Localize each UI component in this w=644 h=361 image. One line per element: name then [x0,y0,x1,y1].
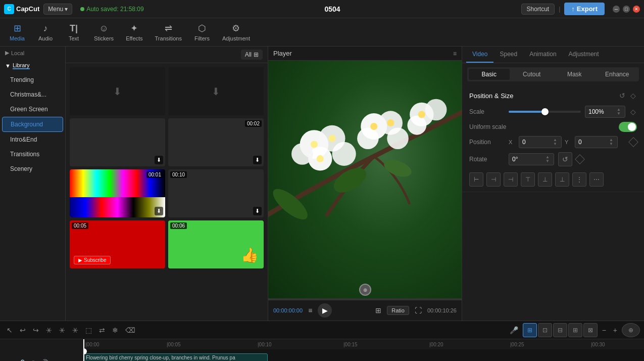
toolbar-audio[interactable]: ♪ Audio [32,21,59,43]
transform-button[interactable]: ⬚ [83,325,94,336]
sub-tab-enhance[interactable]: Enhance [597,69,638,80]
sidebar-item-scenery[interactable]: Scenery [2,162,63,176]
reset-position-button[interactable]: ↺ [618,91,626,101]
sub-tab-basic[interactable]: Basic [469,69,510,80]
export-button[interactable]: ↑ Export [564,3,605,15]
text-icon: T| [70,23,78,34]
timeline-view-4[interactable]: ⊞ [568,323,582,337]
undo-button[interactable]: ↩ [17,325,28,336]
maximize-button[interactable]: □ [623,6,630,13]
menu-button[interactable]: Menu ▾ [43,4,72,15]
scale-keyframe-button[interactable]: ◇ [629,107,637,117]
rotate-input[interactable]: 0° ▲ ▼ [509,153,554,165]
align-middle-v-button[interactable]: ⊥ [538,172,552,187]
timeline-view-5[interactable]: ⊠ [583,323,598,337]
scale-value[interactable]: 100% ▲ ▼ [585,106,625,118]
tab-speed[interactable]: Speed [493,47,523,63]
media-card-6[interactable]: 00:10 ⬇ [168,169,264,217]
player-scrub-handle[interactable]: ⊕ [359,284,371,296]
sidebar-item-christmas[interactable]: Christmas&... [2,87,63,102]
media-card-8[interactable]: 00:06 👍 [168,220,264,268]
timeline-view-3[interactable]: ⊟ [553,323,567,337]
timeline-view-2[interactable]: ⊡ [538,323,552,337]
reverse-button[interactable]: ⇄ [96,325,108,336]
zoom-in-button[interactable]: + [611,325,620,336]
align-bottom-button[interactable]: ⊥ [555,172,569,187]
tab-animation[interactable]: Animation [523,47,562,63]
rotate-decrement[interactable]: ▼ [544,159,551,163]
player-menu-icon[interactable]: ≡ [453,50,457,57]
all-filter-button[interactable]: All ⊞ [241,50,263,60]
y-input[interactable]: 0 ▲ ▼ [575,136,618,148]
align-top-button[interactable]: ⊤ [521,172,535,187]
sidebar-item-intro-end[interactable]: Intro&End [2,132,63,147]
media-card-2[interactable]: ⬇ [168,67,264,115]
scale-slider[interactable] [509,111,581,113]
x-decrement[interactable]: ▼ [552,142,558,146]
close-button[interactable]: ✕ [633,6,640,13]
toolbar-filters[interactable]: ⬡ Filters [189,21,215,43]
select-tool-button[interactable]: ↖ [4,325,15,336]
fit-timeline-button[interactable]: ⊕ [622,323,640,337]
x-input[interactable]: 0 ▲ ▼ [519,136,562,148]
minimize-button[interactable]: ─ [613,6,620,13]
stickers-icon: ☺ [99,23,108,34]
align-left-button[interactable]: ⊢ [469,172,483,187]
library-section[interactable]: ▼ Library [0,59,65,72]
rotate-direction-btn[interactable]: ↺ [558,152,572,166]
video-clip[interactable]: Flowering bird cherry spring close-up, b… [83,353,268,361]
media-card-1[interactable]: ⬇ [70,67,165,115]
toolbar-stickers[interactable]: ☺ Stickers [89,21,119,43]
eye-icon[interactable]: 👁 [30,359,37,362]
toolbar-text[interactable]: T| Text [61,21,87,43]
y-decrement[interactable]: ▼ [608,142,614,146]
freeze-button[interactable]: ❄ [110,325,121,336]
align-distribute-v-button[interactable]: ⋯ [589,172,604,187]
local-section[interactable]: ▶ Local [0,47,65,59]
toolbar-transitions[interactable]: ⇌ Transitions [150,21,187,43]
zoom-out-button[interactable]: − [600,325,609,336]
position-keyframe-button[interactable] [628,137,638,147]
tab-adjustment[interactable]: Adjustment [563,47,605,63]
split3-button[interactable]: ⚹ [70,324,81,336]
scale-decrement[interactable]: ▼ [616,112,622,116]
media-card-7[interactable]: 00:05 ▶ Subscribe [70,220,165,268]
audio-track-icon[interactable]: 🔊 [40,359,48,362]
track-edit-icon[interactable]: ✏ [4,357,15,362]
split2-button[interactable]: ⚹ [57,324,68,336]
sub-tab-mask[interactable]: Mask [554,69,595,80]
toolbar-effects[interactable]: ✦ Effects [121,21,147,43]
shortcut-button[interactable]: Shortcut [521,4,555,15]
track-area: Flowering bird cherry spring close-up, b… [83,349,644,361]
timeline-list-icon[interactable]: ≡ [307,305,314,316]
rotate-keyframe-button[interactable] [575,154,585,164]
media-card-5[interactable]: 00:01 ⬇ [70,169,165,217]
sub-tab-cutout[interactable]: Cutout [512,69,553,80]
play-button[interactable]: ▶ [318,303,332,318]
delete-button[interactable]: ⌫ [123,325,138,336]
uniform-scale-toggle[interactable] [619,122,637,132]
ratio-button[interactable]: Ratio [387,306,409,315]
tab-video[interactable]: Video [466,47,493,63]
timeline-view-1[interactable]: ⊞ [523,323,537,337]
sidebar-item-green-screen[interactable]: Green Screen [2,102,63,116]
toolbar-adjustment[interactable]: ⚙ Adjustment [217,21,255,43]
sidebar-item-background[interactable]: Background [2,117,63,132]
align-center-h-button[interactable]: ⊣ [486,172,501,187]
keyframe-position-button[interactable]: ◇ [629,91,637,101]
split-button[interactable]: ⚹ [43,324,55,336]
media-card-3[interactable]: ⬇ [70,118,165,166]
align-distribute-h-button[interactable]: ⋮ [572,172,586,187]
lock-icon[interactable]: 🔒 [18,359,27,362]
scale-slider-thumb[interactable] [541,108,549,115]
sidebar-item-transitions[interactable]: Transitions [2,147,63,161]
sidebar-item-trending[interactable]: Trending [2,73,63,87]
fullscreen-icon[interactable]: ⛶ [413,305,423,316]
align-right-button[interactable]: ⊣ [504,172,518,187]
mic-button[interactable]: 🎤 [507,325,521,336]
redo-button[interactable]: ↪ [30,325,41,336]
toolbar-media[interactable]: ⊞ Media [4,21,30,43]
fit-screen-icon[interactable]: ⊞ [374,305,383,316]
effects-icon: ✦ [130,23,138,34]
media-card-4[interactable]: 00:02 ⬇ [168,118,264,166]
